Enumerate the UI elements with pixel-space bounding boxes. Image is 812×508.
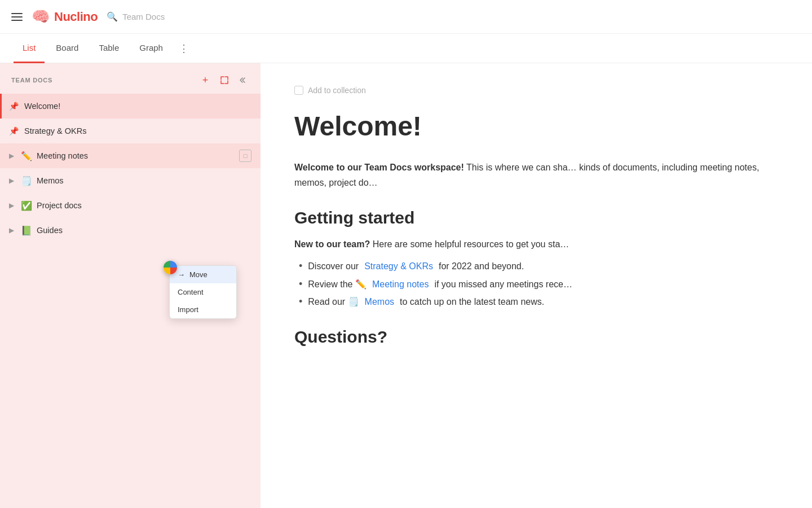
sidebar-expand-button[interactable] [217,72,232,88]
add-to-collection-bar[interactable]: Add to collection [294,86,778,95]
search-placeholder-text: Team Docs [122,12,165,21]
sidebar-item-guides[interactable]: ▶ 📗 Guides □ [0,218,261,243]
sidebar-item-label: Strategy & OKRs [24,126,235,135]
add-to-collection-label: Add to collection [308,86,366,95]
sidebar: TEAM DOCS + 📌 Welcome! □ [0,63,261,508]
logo-brain-icon: 🧠 [32,8,50,25]
new-to-team-paragraph: New to our team? Here are some helpful r… [294,237,778,252]
sidebar-item-label: Welcome! [24,102,235,111]
new-to-team-rest: Here are some helpful resources to get y… [373,239,570,249]
context-menu-content-label: Content [178,288,204,296]
sidebar-item-welcome[interactable]: 📌 Welcome! □ [0,94,261,119]
chevron-right-icon: ▶ [9,152,14,160]
getting-started-list: Discover our Strategy & OKRs for 2022 an… [294,259,778,309]
context-menu: → Move Content Import [169,265,237,319]
search-icon: 🔍 [107,11,118,22]
chevron-right-icon: ▶ [9,226,14,234]
bullet-2-prefix: Review the ✏️ [308,277,367,292]
item-emoji: 📗 [21,225,32,236]
memos-link[interactable]: Memos [365,294,394,309]
sidebar-item-label: Memos [37,176,235,185]
sidebar-item-add-button[interactable]: □ [239,150,251,162]
item-emoji: ✏️ [21,151,32,161]
list-item-memos: Read our 🗒️ Memos to catch up on the lat… [294,294,778,309]
sidebar-item-label: Project docs [37,201,235,210]
context-menu-move-label: Move [189,270,208,279]
sidebar-item-memos[interactable]: ▶ 🗒️ Memos □ [0,168,261,193]
questions-title: Questions? [294,327,778,347]
bullet-3-suffix: to catch up on the latest team news. [400,294,544,309]
collection-checkbox[interactable] [294,86,303,95]
tabs-bar: List Board Table Graph ⋮ [0,34,812,63]
sidebar-header: TEAM DOCS + [0,63,261,94]
context-menu-move[interactable]: → Move [170,266,236,283]
bullet-1-suffix: for 2022 and beyond. [439,259,524,274]
sidebar-item-strategy[interactable]: 📌 Strategy & OKRs □ [0,119,261,143]
document-title: Welcome! [294,112,778,142]
tabs-more-button[interactable]: ⋮ [174,34,193,63]
tab-board[interactable]: Board [47,34,87,63]
list-item-meeting-notes: Review the ✏️ Meeting notes if you misse… [294,277,778,292]
pin-icon: 📌 [9,102,19,111]
tab-list[interactable]: List [14,34,45,63]
strategy-link[interactable]: Strategy & OKRs [364,259,433,274]
list-item-strategy: Discover our Strategy & OKRs for 2022 an… [294,259,778,274]
getting-started-section: Getting started New to our team? Here ar… [294,208,778,309]
context-menu-import[interactable]: Import [170,301,236,318]
context-menu-import-label: Import [178,305,198,314]
sidebar-collapse-button[interactable] [236,72,251,88]
bullet-2-suffix: if you missed any meetings rece… [434,277,572,292]
drag-cursor-indicator [164,261,177,274]
search-bar[interactable]: 🔍 Team Docs [107,11,165,22]
tab-graph[interactable]: Graph [130,34,172,63]
main-layout: TEAM DOCS + 📌 Welcome! □ [0,63,812,508]
sidebar-item-meeting-notes[interactable]: ▶ ✏️ Meeting notes □ [0,143,261,168]
sidebar-title: TEAM DOCS [11,77,193,84]
tab-table[interactable]: Table [90,34,128,63]
sidebar-actions: + [197,72,251,88]
bullet-3-prefix: Read our 🗒️ [308,294,359,309]
item-emoji: ✅ [21,200,32,211]
document-intro: Welcome to our Team Docs workspace! This… [294,160,778,190]
logo-text: Nuclino [54,10,98,24]
pin-icon: 📌 [9,126,19,135]
sidebar-item-project-docs[interactable]: ▶ ✅ Project docs □ [0,193,261,218]
chevron-right-icon: ▶ [9,202,14,209]
sidebar-item-label: Guides [37,226,235,235]
intro-bold-text: Welcome to our Team Docs workspace! [294,163,464,172]
active-indicator [0,94,2,119]
bullet-1-prefix: Discover our [308,259,359,274]
logo[interactable]: 🧠 Nuclino [32,8,98,25]
hamburger-menu-button[interactable] [11,13,23,21]
questions-section: Questions? [294,327,778,347]
sidebar-item-label: Meeting notes [37,151,235,160]
context-menu-content[interactable]: Content [170,283,236,301]
new-to-team-bold: New to our team? [294,239,370,249]
sidebar-add-button[interactable]: + [197,72,213,88]
meeting-notes-link[interactable]: Meeting notes [372,277,429,292]
move-arrow-icon: → [178,270,185,279]
document-content: Add to collection Welcome! Welcome to ou… [261,63,812,508]
item-emoji: 🗒️ [21,176,32,186]
intro-paragraph: Welcome to our Team Docs workspace! This… [294,160,778,190]
app-header: 🧠 Nuclino 🔍 Team Docs [0,0,812,34]
chevron-right-icon: ▶ [9,177,14,185]
getting-started-title: Getting started [294,208,778,227]
